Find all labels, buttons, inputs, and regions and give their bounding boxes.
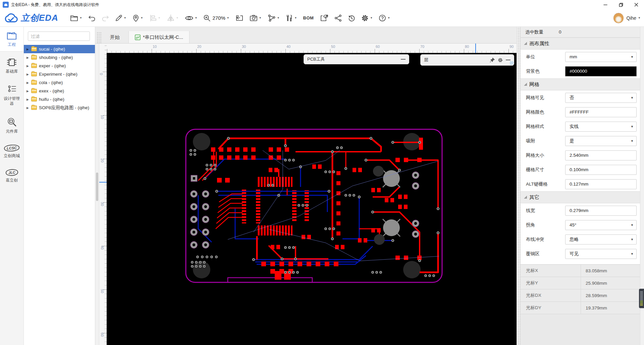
user-menu-caret[interactable]: ▼: [638, 16, 641, 19]
background-color-swatch[interactable]: #000000: [565, 66, 637, 76]
draw-tool-button[interactable]: ▼: [115, 14, 126, 22]
help-button[interactable]: ▼: [379, 14, 390, 22]
close-button[interactable]: [629, 0, 644, 9]
expand-arrow-icon[interactable]: ▶: [26, 56, 31, 59]
grid-size-input[interactable]: [565, 150, 637, 160]
corner-select[interactable]: 45°▼: [565, 220, 637, 230]
panel-resize-grip[interactable]: [510, 61, 514, 65]
export-gerber-button[interactable]: [320, 14, 328, 22]
align-tool-button[interactable]: ▼: [149, 14, 161, 22]
section-other[interactable]: 其它: [521, 191, 640, 203]
sidebar-item-base-library[interactable]: 基础库: [0, 52, 23, 79]
file-menu-button[interactable]: ▼: [70, 14, 82, 22]
expand-arrow-icon[interactable]: ▶: [26, 81, 31, 84]
pencil-icon: [115, 14, 122, 22]
alt-grid-input[interactable]: [565, 179, 637, 189]
expand-arrow-icon[interactable]: ▶: [26, 106, 31, 110]
property-row-alt-grid: ALT键栅格: [521, 177, 640, 191]
folder-icon: [70, 14, 78, 22]
copper-zone-select[interactable]: 可见▼: [565, 249, 637, 259]
filter-input[interactable]: [28, 31, 90, 41]
unit-select[interactable]: mm▼: [565, 52, 637, 62]
lceda-logo[interactable]: 立创EDA: [4, 12, 58, 24]
folder-icon: [31, 89, 37, 93]
settings-button[interactable]: ▼: [361, 14, 373, 22]
window-title: 立创EDA - 免费、易用、强大的在线电路设计软件: [11, 2, 99, 8]
expand-arrow-icon[interactable]: ▶: [26, 48, 31, 51]
layers-panel[interactable]: 层: [420, 54, 514, 66]
collapse-triangle-icon: [524, 196, 527, 199]
flip-tool-button[interactable]: ▼: [167, 14, 179, 22]
pcb-doc-icon: [135, 34, 141, 40]
grid-color-input[interactable]: [565, 107, 637, 117]
tree-item[interactable]: ▶SOP8应用电路图 - (qihe): [24, 104, 95, 112]
tree-item[interactable]: ▶Experiment - (qihe): [24, 70, 95, 78]
minimize-panel-icon[interactable]: [401, 59, 406, 60]
netlist-button[interactable]: ▼: [268, 14, 280, 22]
title-bar: 立创EDA - 免费、易用、强大的在线电路设计软件: [0, 0, 644, 9]
expand-arrow-icon[interactable]: ▶: [26, 73, 31, 76]
cloud-logo-icon: [4, 13, 19, 23]
lcsc-logo-icon: LCSC: [4, 144, 19, 152]
panel-settings-gear-icon[interactable]: [498, 58, 503, 63]
snap-select[interactable]: 是▼: [565, 136, 637, 146]
user-avatar[interactable]: [613, 13, 624, 23]
cursor-info-table: 光标X83.058mm 光标Y25.908mm 光标DX28.599mm 光标D…: [521, 264, 640, 314]
sidebar-item-component-library[interactable]: 元件库: [0, 111, 23, 139]
maximize-button[interactable]: [613, 0, 629, 9]
tree-item[interactable]: ▶shoubing - (qihe): [24, 53, 95, 62]
tabbar-drag-handle[interactable]: [97, 32, 101, 43]
tree-item[interactable]: ▶exper - (qihe): [24, 62, 95, 70]
minimize-button[interactable]: [598, 0, 613, 9]
expand-arrow-icon[interactable]: ▶: [26, 98, 31, 101]
share-button[interactable]: [334, 14, 342, 22]
panel-resize-gutter[interactable]: [517, 27, 521, 345]
expand-arrow-icon[interactable]: ▶: [26, 89, 31, 93]
view-button[interactable]: ▼: [185, 15, 198, 21]
snapshot-button[interactable]: ▼: [250, 15, 262, 21]
pin-icon[interactable]: [490, 58, 495, 63]
section-canvas-properties[interactable]: 画布属性: [521, 38, 640, 50]
minimize-panel-icon[interactable]: [506, 59, 511, 61]
bom-button[interactable]: BOM: [303, 15, 314, 20]
tree-item[interactable]: ▶sucai - (qihe): [24, 45, 95, 53]
history-button[interactable]: [348, 14, 355, 22]
sidebar-item-lcsc-mall[interactable]: LCSC 立创商城: [0, 139, 23, 163]
tab-start[interactable]: 开始: [101, 31, 128, 43]
pcb-board[interactable]: [185, 128, 443, 283]
pcb-canvas[interactable]: PCB工具 层: [107, 53, 517, 345]
left-rail: 工程 基础库 设计管理器 元件库 LCSC 立创商城: [0, 27, 24, 345]
align-icon: [149, 14, 157, 22]
section-grid[interactable]: 网格: [521, 78, 640, 90]
tree-item[interactable]: ▶cola - (qihe): [24, 78, 95, 87]
layer-indicator-widget[interactable]: [639, 289, 644, 308]
origin-tool-button[interactable]: ▼: [132, 14, 143, 22]
grid-visible-select[interactable]: 否▼: [565, 93, 637, 103]
track-width-input[interactable]: [565, 206, 637, 216]
zoom-control[interactable]: 270%▼: [203, 14, 229, 22]
panel-scrollbar[interactable]: [640, 27, 644, 345]
canvas-vertical-scrollbar[interactable]: [95, 44, 99, 345]
undo-button[interactable]: [88, 15, 96, 21]
tree-item[interactable]: ▶exex - (qihe): [24, 87, 95, 95]
sidebar-item-design-manager[interactable]: 设计管理器: [0, 79, 23, 111]
redo-button[interactable]: [102, 15, 109, 21]
tree-item[interactable]: ▶huifu - (qihe): [24, 95, 95, 104]
routing-conflict-select[interactable]: 忽略▼: [565, 234, 637, 245]
scrollbar-handle[interactable]: [96, 172, 98, 201]
tools-button[interactable]: ▼: [286, 14, 297, 22]
cursor-y-marker: [99, 182, 107, 183]
panel-filler: [521, 314, 640, 345]
property-row-background-color: 背景色 #000000: [521, 64, 640, 78]
grid-style-select[interactable]: 实线▼: [565, 122, 637, 132]
wrench-screwdriver-icon: [286, 14, 293, 22]
snap-size-input[interactable]: [565, 165, 637, 175]
app-icon: [3, 2, 9, 8]
tab-pcb-document[interactable]: *串口转以太网-C...: [128, 31, 190, 43]
expand-arrow-icon[interactable]: ▶: [26, 64, 31, 68]
import-button[interactable]: [235, 15, 244, 21]
sidebar-item-jlc[interactable]: JLC 嘉立创: [0, 163, 23, 188]
sidebar-item-project[interactable]: 工程: [0, 27, 23, 51]
help-icon: [379, 14, 386, 22]
pcb-tools-panel[interactable]: PCB工具: [304, 54, 409, 64]
